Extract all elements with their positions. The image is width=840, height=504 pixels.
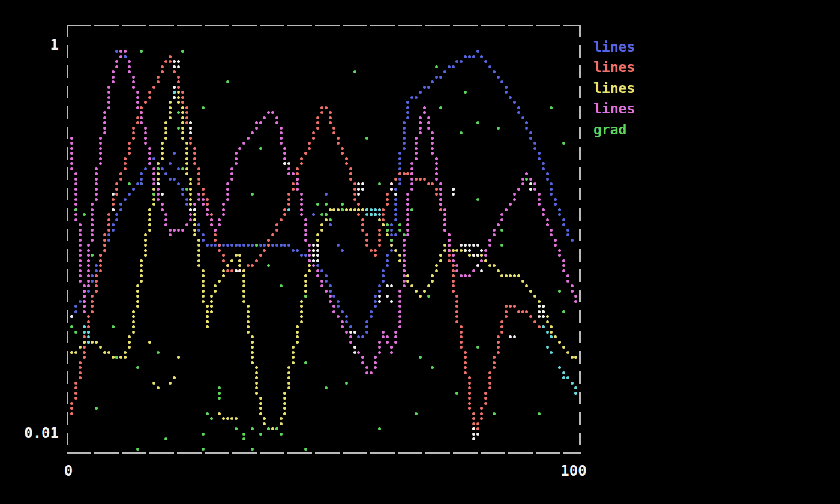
data-dot <box>398 172 401 175</box>
data-dot <box>251 264 254 267</box>
data-dot <box>226 269 229 272</box>
data-dot <box>509 203 512 206</box>
data-dot <box>148 341 151 344</box>
data-dot <box>361 356 364 359</box>
data-dot <box>197 198 200 201</box>
data-dot <box>300 300 303 303</box>
data-dot <box>386 254 389 257</box>
data-dot <box>300 208 303 211</box>
data-dot <box>394 193 397 196</box>
data-dot <box>263 417 266 420</box>
data-dot <box>513 198 516 201</box>
data-dot <box>394 198 397 201</box>
data-dot <box>173 91 176 94</box>
data-dot <box>235 427 238 430</box>
data-dot <box>119 208 122 211</box>
data-dot <box>202 198 205 201</box>
data-dot <box>525 127 528 130</box>
data-dot <box>431 280 434 283</box>
data-dot <box>513 274 516 277</box>
data-dot <box>206 208 209 211</box>
data-dot <box>255 392 258 395</box>
data-dot <box>361 361 364 364</box>
data-dot <box>181 131 184 134</box>
data-dot <box>235 157 238 160</box>
data-dot <box>361 229 364 232</box>
data-dot <box>189 121 192 124</box>
data-dot <box>132 80 135 83</box>
data-dot <box>357 203 360 206</box>
data-dot <box>312 254 315 257</box>
data-dot <box>140 269 143 272</box>
data-dot <box>493 229 496 232</box>
data-dot <box>562 269 565 272</box>
data-dot <box>128 193 131 196</box>
data-dot <box>493 361 496 364</box>
data-dot <box>337 300 340 303</box>
data-dot <box>415 142 418 145</box>
data-dot <box>312 137 315 140</box>
data-dot <box>283 402 286 405</box>
data-dot <box>255 382 258 385</box>
data-dot <box>287 366 290 369</box>
data-dot <box>455 392 458 395</box>
data-dot <box>435 167 438 170</box>
data-dot <box>193 229 196 232</box>
data-dot <box>529 137 532 140</box>
data-dot <box>169 101 172 104</box>
data-dot <box>337 137 340 140</box>
data-dot <box>386 335 389 338</box>
data-dot <box>287 203 290 206</box>
data-dot <box>325 106 328 109</box>
data-dot <box>173 96 176 99</box>
data-dot <box>406 213 409 216</box>
data-dot <box>267 111 270 114</box>
data-dot <box>574 392 577 395</box>
data-dot <box>423 111 426 114</box>
data-dot <box>476 427 479 430</box>
data-dot <box>242 433 245 436</box>
data-dot <box>157 178 160 181</box>
data-dot <box>144 249 147 252</box>
data-dot <box>365 213 368 216</box>
data-dot <box>148 91 151 94</box>
data-dot <box>472 55 475 58</box>
data-dot <box>365 208 368 211</box>
data-dot <box>452 188 455 191</box>
data-dot <box>193 223 196 226</box>
data-dot <box>185 203 188 206</box>
data-dot <box>238 264 241 267</box>
data-dot <box>571 290 574 293</box>
data-dot <box>419 121 422 124</box>
data-dot <box>398 325 401 328</box>
data-dot <box>103 121 106 124</box>
data-dot <box>140 116 143 119</box>
data-dot <box>226 198 229 201</box>
data-dot <box>435 172 438 175</box>
data-dot <box>484 259 487 262</box>
data-dot <box>157 193 160 196</box>
data-dot <box>177 101 180 104</box>
data-dot <box>513 101 516 104</box>
data-dot <box>189 142 192 145</box>
data-dot <box>365 331 368 334</box>
data-dot <box>300 157 303 160</box>
data-dot <box>202 300 205 303</box>
data-dot <box>497 223 500 226</box>
data-dot <box>329 208 332 211</box>
data-dot <box>185 167 188 170</box>
data-dot <box>353 70 356 73</box>
data-dot <box>361 188 364 191</box>
data-dot <box>185 142 188 145</box>
data-dot <box>79 366 82 369</box>
data-dot <box>386 341 389 344</box>
data-dot <box>181 106 184 109</box>
data-dot <box>161 65 164 68</box>
data-dot <box>247 320 250 323</box>
data-dot <box>550 188 553 191</box>
data-dot <box>263 244 266 247</box>
data-dot <box>378 208 381 211</box>
data-dot <box>439 76 442 79</box>
data-dot <box>128 142 131 145</box>
data-dot <box>247 305 250 308</box>
